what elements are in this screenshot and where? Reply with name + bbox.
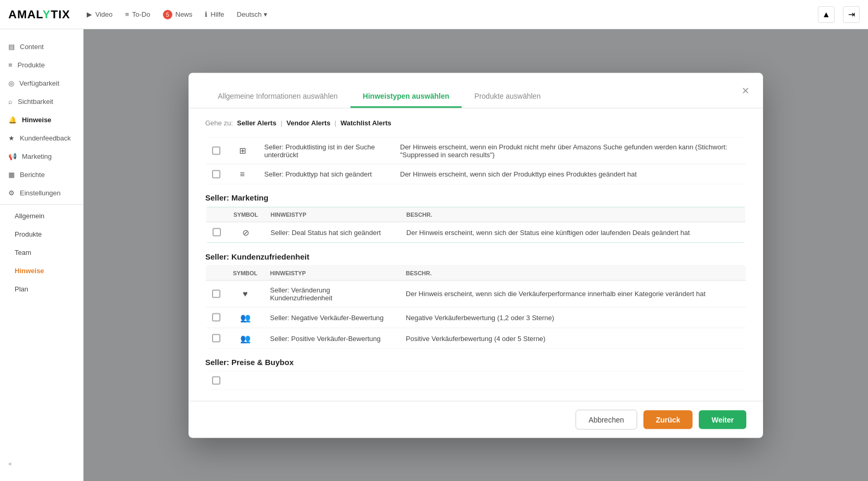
tab-allgemein[interactable]: Allgemeine Informationen auswählen — [205, 85, 350, 108]
checkbox-row2[interactable] — [212, 170, 220, 178]
sidebar-label-verfugbar: Verfügbarkeit — [19, 79, 60, 87]
nav-todo-label: To-Do — [132, 10, 150, 18]
tab-produkte-label: Produkte auswählen — [474, 91, 541, 100]
desc-cell — [394, 371, 746, 390]
marketing-icon: 📢 — [8, 152, 17, 160]
modal-body: Gehe zu: Seller Alerts | Vendor Alerts |… — [189, 108, 763, 401]
goto-vendor-link[interactable]: Vendor Alerts — [287, 119, 331, 126]
th-beschr: BESCHR. — [400, 206, 746, 222]
sidebar-item-einstellungen[interactable]: ⚙ Einstellungen — [0, 184, 83, 202]
desc-cell: Der Hinweis erscheint, wenn sich der Pro… — [394, 164, 746, 184]
verfugbar-icon: ◎ — [8, 79, 14, 87]
hilfe-icon: ℹ — [205, 10, 207, 18]
goto-seller-link[interactable]: Seller Alerts — [237, 119, 276, 126]
deal-icon: ⊘ — [233, 227, 258, 237]
todo-icon: ≡ — [125, 10, 129, 18]
grid-icon: ⊞ — [233, 146, 252, 156]
marketing-alerts-table: SYMBOL HINWEISTYP BESCHR. ⊘ Seller: Deal… — [205, 206, 746, 243]
nav-search-btn[interactable]: ▲ — [818, 6, 835, 23]
sichtbarkeit-icon: ⌕ — [8, 98, 13, 105]
table-row: ⊘ Seller: Deal Status hat sich geändert … — [206, 222, 746, 243]
users2-icon: 👥 — [233, 333, 257, 343]
back-button[interactable]: Zurück — [643, 410, 693, 429]
goto-watchlist-link[interactable]: Watchlist Alerts — [341, 119, 391, 126]
kundenzufriedenheit-alerts-table: SYMBOL HINWEISTYP BESCHR. ♥ Seller: Verä… — [205, 265, 746, 349]
nav-right: ▲ ⇥ — [818, 6, 860, 23]
checkbox-cell[interactable] — [206, 371, 227, 390]
checkbox-row1[interactable] — [212, 146, 220, 155]
close-icon: ✕ — [742, 85, 749, 96]
sidebar-label-sichtbarkeit: Sichtbarkeit — [18, 98, 53, 105]
nav-news-label: News — [175, 10, 193, 18]
modal-close-button[interactable]: ✕ — [738, 83, 753, 98]
checkbox-mrow1[interactable] — [213, 228, 221, 237]
layout: ▤ Content ≡ Produkte ◎ Verfügbarkeit ⌕ S… — [0, 29, 868, 481]
table-row: ♥ Seller: Veränderung Kundenzufriedenhei… — [206, 280, 746, 307]
checkbox-prow1[interactable] — [212, 376, 220, 384]
tab-hinweistypen[interactable]: Hinweistypen auswählen — [350, 85, 462, 108]
symbol-cell — [227, 371, 258, 390]
desc-cell: Positive Verkäuferbewertung (4 oder 5 St… — [400, 328, 746, 349]
table-row — [206, 371, 746, 390]
nav-todo[interactable]: ≡ To-Do — [125, 10, 150, 18]
sidebar-item-berichte[interactable]: ▦ Berichte — [0, 166, 83, 184]
nav-links: ▶ Video ≡ To-Do 5 News ℹ Hilfe Deutsch ▾ — [87, 10, 818, 19]
nav-hilfe-label: Hilfe — [210, 10, 224, 18]
symbol-cell: ≡ — [227, 164, 258, 184]
checkbox-cell[interactable] — [206, 280, 227, 307]
checkbox-krow1[interactable] — [212, 289, 220, 298]
checkbox-krow3[interactable] — [212, 334, 220, 343]
content-icon: ▤ — [8, 43, 15, 51]
sidebar-item-hinweise[interactable]: 🔔 Hinweise — [0, 111, 83, 129]
sidebar-item-sichtbarkeit[interactable]: ⌕ Sichtbarkeit — [0, 92, 83, 111]
sidebar-item-produkte[interactable]: ≡ Produkte — [0, 56, 83, 74]
checkbox-cell[interactable] — [206, 137, 227, 164]
th-beschr: BESCHR. — [400, 265, 746, 280]
nav-video[interactable]: ▶ Video — [87, 10, 112, 18]
desc-cell: Negative Verkäuferbewertung (1,2 oder 3 … — [400, 307, 746, 328]
sidebar-label-berichte: Berichte — [20, 171, 45, 179]
nav-news[interactable]: 5 News — [163, 10, 193, 19]
sidebar-sub-team[interactable]: Team — [0, 243, 83, 262]
symbol-cell: ⊘ — [227, 222, 264, 243]
cancel-button[interactable]: Abbrechen — [576, 409, 637, 429]
nav-video-label: Video — [95, 10, 112, 18]
tab-produkte[interactable]: Produkte auswählen — [462, 85, 553, 108]
sidebar-sub-plan[interactable]: Plan — [0, 280, 83, 298]
top-alerts-table: ⊞ Seller: Produktlisting ist in der Such… — [205, 137, 746, 184]
logout-icon: ⇥ — [848, 9, 855, 19]
table-header-row: SYMBOL HINWEISTYP BESCHR. — [206, 206, 746, 222]
sidebar-item-kundenfeed[interactable]: ★ Kundenfeedback — [0, 129, 83, 147]
sidebar-sub-produkte[interactable]: Produkte — [0, 225, 83, 243]
sidebar-sub-hinweise[interactable]: Hinweise — [0, 262, 83, 280]
sidebar-collapse-btn[interactable]: « — [0, 455, 83, 473]
th-hinweistyp: HINWEISTYP — [264, 206, 400, 222]
tab-hinweistypen-label: Hinweistypen auswählen — [363, 91, 450, 100]
checkbox-cell[interactable] — [206, 307, 227, 328]
nav-logout-btn[interactable]: ⇥ — [843, 6, 860, 23]
sidebar-sub-hinweise-label: Hinweise — [15, 267, 44, 275]
sidebar-item-verfugbar[interactable]: ◎ Verfügbarkeit — [0, 74, 83, 92]
video-icon: ▶ — [87, 10, 92, 18]
heart-icon: ♥ — [233, 289, 257, 298]
checkbox-cell[interactable] — [206, 164, 227, 184]
sidebar-sub-allgemein[interactable]: Allgemein — [0, 207, 83, 225]
sidebar-divider — [0, 204, 83, 205]
news-badge: 5 — [163, 10, 172, 19]
sidebar-sub-plan-label: Plan — [15, 285, 28, 293]
sidebar-label-hinweise: Hinweise — [22, 116, 51, 124]
type-cell: Seller: Deal Status hat sich geändert — [264, 222, 400, 243]
nav-hilfe[interactable]: ℹ Hilfe — [205, 10, 224, 18]
einstellungen-icon: ⚙ — [8, 189, 15, 197]
sidebar-label-einstellungen: Einstellungen — [20, 189, 61, 197]
checkbox-krow2[interactable] — [212, 313, 220, 322]
next-button[interactable]: Weiter — [699, 410, 746, 429]
checkbox-cell[interactable] — [206, 222, 227, 243]
th-symbol: SYMBOL — [227, 265, 264, 280]
checkbox-cell[interactable] — [206, 328, 227, 349]
sidebar-item-content[interactable]: ▤ Content — [0, 38, 83, 56]
main-content: Allgemeine Informationen auswählen Hinwe… — [84, 29, 868, 481]
th-symbol: SYMBOL — [227, 206, 264, 222]
sidebar-item-marketing[interactable]: 📢 Marketing — [0, 147, 83, 166]
lang-selector[interactable]: Deutsch ▾ — [237, 10, 267, 18]
